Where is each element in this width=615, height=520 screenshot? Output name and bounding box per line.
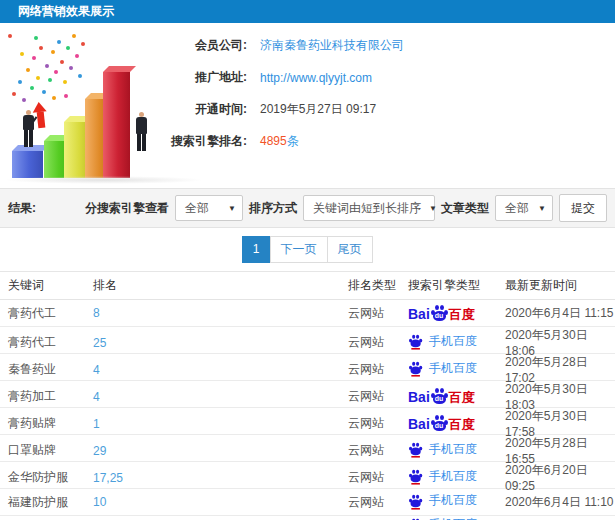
last-page-button[interactable]: 尾页 xyxy=(327,236,373,263)
next-page-button[interactable]: 下一页 xyxy=(270,236,328,263)
article-type-select[interactable]: 全部 ▼ xyxy=(495,195,553,221)
engine-filter-value: 全部 xyxy=(185,200,209,217)
rankings-table: 关键词 排名 排名类型 搜索引擎类型 最新更新时间 膏药代工 8 云网站 Bai… xyxy=(0,272,615,520)
engine-cell: 手机百度 xyxy=(408,333,505,353)
engine-cell: 手机百度 xyxy=(408,360,505,380)
info-field-row: 开通时间: 2019年5月27日 09:17 xyxy=(150,101,404,118)
table-header-row: 关键词 排名 排名类型 搜索引擎类型 最新更新时间 xyxy=(0,272,615,300)
rank-type-cell: 云网站 xyxy=(348,334,408,351)
table-row: 膏药加工 4 云网站 Baidu百度 2020年5月30日 18:03 xyxy=(0,381,615,408)
updated-time-cell: 2020年6月4日 11:10 xyxy=(505,494,615,511)
rank-link[interactable]: 8 xyxy=(93,306,348,320)
keyword-cell: 福建防护服 xyxy=(8,494,93,511)
rank-link[interactable]: 29 xyxy=(93,444,348,458)
filter-controls: 分搜索引擎查看 全部 ▼ 排序方式 关键词由短到长排序 ▼ 文章类型 全部 ▼ … xyxy=(85,194,607,222)
info-field-label: 搜索引擎排名: xyxy=(150,133,247,150)
result-filter-bar: 结果: 分搜索引擎查看 全部 ▼ 排序方式 关键词由短到长排序 ▼ 文章类型 全… xyxy=(0,188,615,228)
table-row: 福建防护服 10 云网站 手机百度 2020年6月4日 11:10 xyxy=(0,489,615,516)
member-summary-section: 会员公司: 济南秦鲁药业科技有限公司 推广地址: http://www.qlyy… xyxy=(0,23,615,188)
engine-cell: 手机百度 xyxy=(408,492,505,512)
rank-link[interactable]: 1 xyxy=(93,417,348,431)
info-field-row: 搜索引擎排名: 4895条 xyxy=(150,133,404,150)
table-row: 膏药贴牌 1 云网站 Baidu百度 2020年5月30日 17:58 xyxy=(0,408,615,435)
confetti-dots xyxy=(8,34,12,38)
baidu-mobile-logo: 手机百度 xyxy=(408,441,477,458)
article-type-value: 全部 xyxy=(505,200,529,217)
rank-link[interactable]: 25 xyxy=(93,336,348,350)
keyword-cell: 膏药代工 xyxy=(8,334,93,351)
rank-type-cell: 云网站 xyxy=(348,361,408,378)
sort-filter-label: 排序方式 xyxy=(249,200,297,217)
col-header-rank-type: 排名类型 xyxy=(348,277,408,294)
article-type-label: 文章类型 xyxy=(441,200,489,217)
table-row: 膏药代工 8 云网站 Baidu百度 2020年6月4日 11:15 xyxy=(0,300,615,327)
rank-type-cell: 云网站 xyxy=(348,442,408,459)
page-title: 网络营销效果展示 xyxy=(18,4,114,18)
sort-filter-select[interactable]: 关键词由短到长排序 ▼ xyxy=(303,195,435,221)
baidu-paw-icon: du xyxy=(431,305,448,321)
keyword-cell: 膏药加工 xyxy=(8,388,93,405)
info-fields: 会员公司: 济南秦鲁药业科技有限公司 推广地址: http://www.qlyy… xyxy=(150,37,404,165)
baidu-paw-icon: du xyxy=(431,388,448,404)
page-1-button[interactable]: 1 xyxy=(242,236,271,263)
baidu-paw-icon xyxy=(409,470,422,482)
table-row: 手机百度 xyxy=(0,516,615,520)
pager: 1 下一页 尾页 xyxy=(243,236,373,263)
chevron-down-icon: ▼ xyxy=(538,204,546,213)
baidu-paw-icon xyxy=(409,362,422,374)
rank-type-cell: 云网站 xyxy=(348,469,408,486)
baidu-mobile-logo: 手机百度 xyxy=(408,333,477,350)
rank-link[interactable]: 4 xyxy=(93,363,348,377)
rank-link[interactable]: 10 xyxy=(93,495,348,509)
keyword-cell: 金华防护服 xyxy=(8,469,93,486)
chevron-down-icon: ▼ xyxy=(429,204,437,213)
engine-cell: 手机百度 xyxy=(408,441,505,461)
updated-time-cell: 2020年6月4日 11:15 xyxy=(505,305,615,322)
floor-shadow xyxy=(4,176,204,184)
engine-filter-select[interactable]: 全部 ▼ xyxy=(175,195,243,221)
baidu-logo: Baidu百度 xyxy=(408,305,475,321)
engine-cell: Baidu百度 xyxy=(408,388,505,405)
engine-cell: Baidu百度 xyxy=(408,305,505,322)
info-field-row: 推广地址: http://www.qlyyjt.com xyxy=(150,69,404,86)
sort-filter-value: 关键词由短到长排序 xyxy=(313,200,421,217)
chevron-down-icon: ▼ xyxy=(228,204,236,213)
businessman-right xyxy=(133,112,150,151)
engine-filter-label: 分搜索引擎查看 xyxy=(85,200,169,217)
keyword-cell: 膏药代工 xyxy=(8,305,93,322)
col-header-engine-type: 搜索引擎类型 xyxy=(408,277,505,294)
rank-type-cell: 云网站 xyxy=(348,388,408,405)
baidu-paw-icon: du xyxy=(431,415,448,431)
info-field-value: 2019年5月27日 09:17 xyxy=(260,101,376,118)
businessman-left xyxy=(20,110,37,147)
table-row: 秦鲁药业 4 云网站 手机百度 2020年5月28日 17:02 xyxy=(0,354,615,381)
info-field-value[interactable]: 济南秦鲁药业科技有限公司 xyxy=(260,37,404,54)
page-title-bar: 网络营销效果展示 xyxy=(0,0,615,23)
info-field-label: 推广地址: xyxy=(150,69,247,86)
col-header-updated: 最新更新时间 xyxy=(505,277,615,294)
info-field-value[interactable]: http://www.qlyyjt.com xyxy=(260,71,372,85)
engine-cell: 手机百度 xyxy=(408,468,505,488)
rank-type-cell: 云网站 xyxy=(348,305,408,322)
baidu-paw-icon xyxy=(409,335,422,347)
baidu-mobile-logo: 手机百度 xyxy=(408,492,477,509)
pagination-strip: 1 下一页 尾页 xyxy=(0,228,615,272)
submit-button[interactable]: 提交 xyxy=(559,194,607,222)
rank-link[interactable]: 4 xyxy=(93,390,348,404)
rank-type-cell: 云网站 xyxy=(348,494,408,511)
keyword-cell: 口罩贴牌 xyxy=(8,442,93,459)
table-body: 膏药代工 8 云网站 Baidu百度 2020年6月4日 11:15 膏药代工 … xyxy=(0,300,615,520)
result-label: 结果: xyxy=(8,200,36,217)
baidu-mobile-logo: 手机百度 xyxy=(408,468,477,485)
baidu-mobile-logo: 手机百度 xyxy=(408,360,477,377)
keyword-cell: 秦鲁药业 xyxy=(8,361,93,378)
engine-cell: 手机百度 xyxy=(408,516,505,520)
col-header-rank: 排名 xyxy=(93,277,348,294)
table-row: 膏药代工 25 云网站 手机百度 2020年5月30日 18:06 xyxy=(0,327,615,354)
baidu-paw-icon xyxy=(409,443,422,455)
updated-time-cell: 2020年6月20日 09:25 xyxy=(505,462,615,493)
rank-link[interactable]: 17,25 xyxy=(93,471,348,485)
info-field-label: 开通时间: xyxy=(150,101,247,118)
baidu-logo: Baidu百度 xyxy=(408,388,475,404)
info-field-row: 会员公司: 济南秦鲁药业科技有限公司 xyxy=(150,37,404,54)
